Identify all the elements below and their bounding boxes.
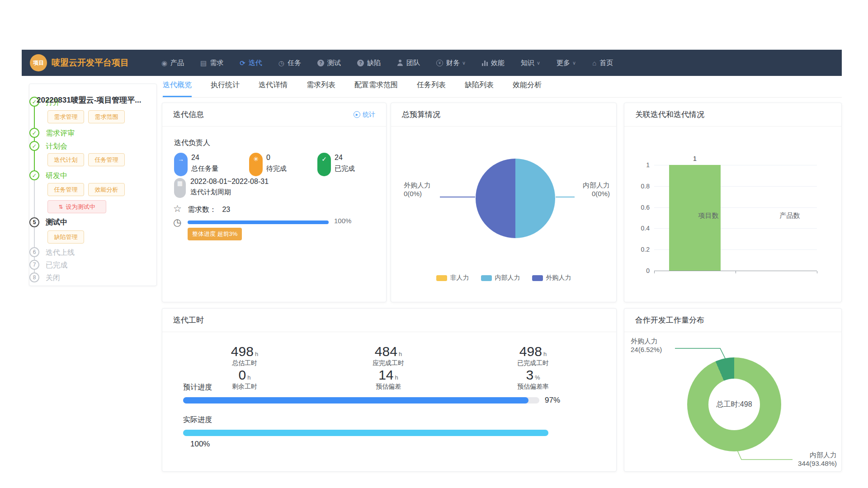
nav-label: 财务 — [446, 59, 460, 67]
nav-item-team[interactable]: 团队 — [397, 59, 420, 67]
task-manage-button[interactable]: 任务管理 — [47, 183, 84, 196]
legend-item-nonhuman[interactable]: 非人力 — [436, 274, 469, 282]
tab-task-list[interactable]: 任务列表 — [417, 80, 446, 97]
stat-label: 待完成 — [266, 164, 287, 173]
task-manage-button[interactable]: 任务管理 — [88, 153, 125, 166]
stat-unit: % — [535, 374, 540, 381]
tab-defect-list[interactable]: 缺陷列表 — [465, 80, 494, 97]
stat-label: 总估工时 — [177, 359, 312, 367]
card-title: 迭代工时 — [173, 315, 204, 325]
work-stat-col-2: 484h 应完成工时 14h 预估偏差 — [321, 344, 456, 391]
card-header: 迭代信息 ▶ 统计 — [162, 103, 386, 127]
actual-progress-percent: 100% — [190, 440, 210, 449]
nav-item-knowledge[interactable]: 知识∨ — [521, 59, 540, 67]
y-tick: 0.2 — [636, 246, 650, 253]
nav-item-task[interactable]: ◷任务 — [278, 59, 301, 67]
nav-item-home[interactable]: ⌂首页 — [592, 59, 613, 67]
nav-item-defect[interactable]: ?缺陷 — [357, 59, 381, 67]
pie-leader-line — [556, 197, 575, 197]
stat-value: 0 — [266, 154, 287, 162]
stat-label: 应完成工时 — [321, 359, 456, 367]
donut-callout-outsourced: 外购人力 24(6.52%) — [631, 337, 662, 354]
chevron-down-icon: ∨ — [572, 60, 576, 66]
nav-label: 迭代 — [249, 59, 262, 67]
callout-label: 外购人力 — [631, 337, 662, 345]
nav-item-requirements[interactable]: ▤需求 — [200, 59, 223, 67]
overall-progress-fill — [188, 221, 329, 224]
distribution-donut-chart[interactable]: 总工时:498 — [687, 357, 781, 451]
requirement-icon: ▤ — [200, 60, 207, 66]
iteration-plan-button[interactable]: 迭代计划 — [47, 153, 84, 166]
defect-manage-button[interactable]: 缺陷管理 — [47, 230, 84, 244]
tab-config-scope[interactable]: 配置需求范围 — [354, 80, 398, 97]
nav-item-test[interactable]: ?测试 — [317, 59, 341, 67]
legend-swatch — [481, 275, 492, 281]
step-label-launch: 迭代上线 — [46, 248, 75, 258]
defect-icon: ? — [357, 60, 364, 66]
iteration-period-label: 迭代计划周期 — [190, 188, 231, 197]
callout-label: 外购人力 — [404, 181, 431, 189]
stat-label: 预估偏差 — [321, 383, 456, 391]
nav-label: 团队 — [406, 59, 420, 67]
task-stats-row: → 24 总任务量 ✳ 0 待完成 ✓ 24 已完成 — [174, 153, 355, 176]
callout-value: 24(6.52%) — [631, 345, 662, 354]
legend-item-outsourced[interactable]: 外购人力 — [532, 274, 571, 282]
tab-efficiency[interactable]: 效能分析 — [513, 80, 542, 97]
test-icon: ? — [317, 60, 324, 66]
statistics-label: 统计 — [363, 111, 375, 119]
iteration-info-card: 迭代信息 ▶ 统计 迭代负责人 → 24 总任务量 ✳ 0 待完成 ✓ 24 已… — [162, 103, 387, 302]
stat-unit: h — [543, 351, 547, 357]
tab-overview[interactable]: 迭代概览 — [163, 80, 192, 97]
iteration-period-value: 2022-08-01~2022-08-31 — [190, 178, 269, 186]
check-icon: ✓ — [317, 153, 331, 176]
step-label-finished: 已完成 — [46, 261, 67, 270]
stat-value: 24 — [335, 154, 355, 162]
app-logo[interactable]: 项目 — [30, 54, 47, 71]
nav-label: 更多 — [557, 59, 570, 67]
nav-item-efficiency[interactable]: 效能 — [482, 59, 505, 67]
budget-pie-chart[interactable] — [476, 159, 555, 238]
tab-iteration-detail[interactable]: 迭代详情 — [259, 80, 288, 97]
iteration-tabbar: 迭代概览 执行统计 迭代详情 需求列表 配置需求范围 任务列表 缺陷列表 效能分… — [162, 80, 842, 98]
efficiency-analysis-button[interactable]: 效能分析 — [88, 183, 125, 196]
donut-hole: 总工时:498 — [708, 379, 760, 430]
card-title: 关联迭代和迭代情况 — [635, 109, 704, 120]
nav-item-iteration[interactable]: ⟳迭代 — [240, 59, 262, 67]
nav-item-finance[interactable]: ¥财务∨ — [436, 59, 466, 67]
tab-exec-stats[interactable]: 执行统计 — [211, 80, 240, 97]
card-header: 关联迭代和迭代情况 — [624, 103, 841, 127]
y-tick: 0.8 — [636, 183, 650, 190]
y-tick: 0.4 — [636, 225, 650, 232]
legend-item-internal[interactable]: 内部人力 — [481, 274, 520, 282]
distribution-card: 合作开发工作量分布 总工时:498 外购人力 24(6.52%) 内部人力 34… — [624, 308, 842, 472]
todo-tasks-stat: ✳ 0 待完成 — [249, 153, 287, 176]
star-icon: ☆ — [173, 203, 182, 214]
nav-item-more[interactable]: 更多∨ — [557, 59, 576, 67]
callout-label: 内部人力 — [576, 181, 610, 189]
clock-icon: ◷ — [173, 217, 181, 228]
stat-label: 已完成 — [335, 164, 355, 173]
actual-progress-bar — [183, 430, 548, 436]
requirement-scope-button[interactable]: 需求范围 — [88, 110, 125, 123]
statistics-link[interactable]: ▶ 统计 — [354, 111, 375, 119]
stat-value: 24 — [191, 154, 218, 162]
legend-swatch — [532, 275, 543, 281]
workflow-sidebar: 20220831唛盟云-项目管理平... ✓ 打开 需求管理 需求范围 ✓ 需求… — [29, 84, 157, 286]
step-number-icon: 6 — [29, 247, 39, 257]
stat-unit: h — [247, 374, 250, 381]
axis-tick — [736, 271, 736, 273]
set-testing-button[interactable]: ⇅ 设为测试中 — [47, 200, 106, 213]
card-header: 迭代工时 — [162, 309, 616, 332]
requirement-manage-button[interactable]: 需求管理 — [47, 110, 84, 123]
task-clock-icon: ◷ — [278, 60, 284, 66]
spinner-icon: ✳ — [249, 153, 263, 176]
nav-item-product[interactable]: ◉产品 — [161, 59, 184, 67]
requirement-count-value: 23 — [222, 206, 230, 213]
step-number-icon: 7 — [29, 260, 39, 270]
expected-progress-label: 预计进度 — [183, 383, 212, 392]
tab-requirement-list[interactable]: 需求列表 — [307, 80, 335, 97]
chevron-down-icon: ∨ — [537, 60, 540, 66]
legend-swatch — [436, 275, 447, 281]
actual-progress-label: 实际进度 — [183, 415, 212, 425]
main-menu: ◉产品 ▤需求 ⟳迭代 ◷任务 ?测试 ?缺陷 团队 ¥财务∨ 效能 知识∨ 更… — [161, 59, 613, 67]
